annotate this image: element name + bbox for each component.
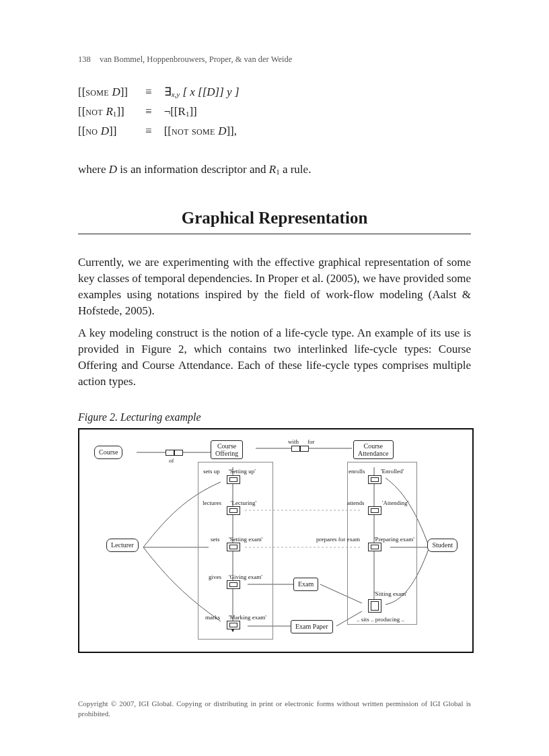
running-head-text: van Bommel, Hoppenbrouwers, Proper, & va… [100, 55, 292, 64]
node-student: Student [427, 539, 458, 552]
role-with [291, 446, 300, 452]
lbl-lectures: lectures [203, 499, 221, 507]
lbl-sitting: 'Sitting exam' [374, 590, 407, 598]
role-of-1 [166, 450, 174, 456]
lbl-marks: marks [205, 613, 220, 621]
lbl-prepares: prepares for exam [316, 535, 360, 543]
lbl-sets: sets [211, 535, 220, 543]
lbl-with: with [288, 438, 299, 446]
lbl-lecturing: 'Lecturing' [231, 499, 256, 507]
lbl-for: for [307, 438, 315, 446]
where-sentence: where D is an information descriptor and… [78, 162, 471, 178]
act-setting-exam [227, 543, 240, 551]
figure-caption: Figure 2. Lecturing example [78, 410, 471, 425]
def-row-no: [[no D]] ≡ [[not some D]], [78, 122, 245, 141]
act-marking-exam [227, 621, 240, 629]
node-course-offering: Course Offering [211, 440, 243, 459]
lbl-enrolls: enrolls [349, 467, 365, 475]
node-lecturer: Lecturer [106, 539, 139, 552]
lbl-attends: attends [347, 499, 365, 507]
page-number: 138 [78, 55, 91, 64]
lbl-gives: gives [209, 573, 221, 581]
act-lecturing [227, 506, 240, 515]
definitions-table: [[some D]] ≡ ∃x,y [ x [[D]] y ] [[not R1… [78, 83, 245, 141]
act-sitting [368, 599, 381, 613]
lbl-sits-producing: .. sits .. producing .. [357, 615, 404, 623]
lbl-setting-exam: 'Setting exam' [229, 535, 262, 543]
lbl-sets-up: sets up [203, 467, 220, 475]
lbl-attending: 'Attending' [382, 499, 408, 507]
act-preparing [368, 543, 381, 551]
running-head: 138 van Bommel, Hoppenbrouwers, Proper, … [78, 54, 471, 65]
lbl-enrolled: 'Enrolled' [381, 467, 404, 475]
copyright-notice: Copyright © 2007, IGI Global. Copying or… [78, 699, 471, 718]
act-giving-exam [227, 580, 240, 589]
node-course-attendance: Course Attendance [353, 440, 394, 459]
node-exam: Exam [293, 578, 318, 591]
role-of-2 [174, 450, 183, 456]
act-setting-up [227, 475, 240, 484]
lbl-preparing: 'Preparing exam' [374, 535, 414, 543]
node-course: Course [94, 446, 122, 459]
section-rule [78, 234, 471, 234]
lbl-setting-up: 'Setting up' [229, 467, 256, 475]
lbl-giving-exam: 'Giving exam' [229, 573, 262, 581]
body-para-2: A key modeling construct is the notion o… [78, 325, 471, 389]
node-exam-paper: Exam Paper [291, 620, 333, 633]
def-row-not: [[not R1]] ≡ ¬[[R1]] [78, 102, 245, 122]
figure-2: Course Lecturer Student Course Offering … [78, 428, 474, 653]
body-para-1: Currently, we are experimenting with the… [78, 254, 471, 318]
lbl-of: of [169, 456, 174, 465]
def-row-some: [[some D]] ≡ ∃x,y [ x [[D]] y ] [78, 83, 245, 102]
section-title: Graphical Representation [182, 207, 368, 232]
act-attending [368, 506, 381, 515]
role-for [300, 446, 309, 452]
act-enrolled [368, 475, 381, 484]
lbl-marking-exam: 'Marking exam' [229, 613, 266, 621]
